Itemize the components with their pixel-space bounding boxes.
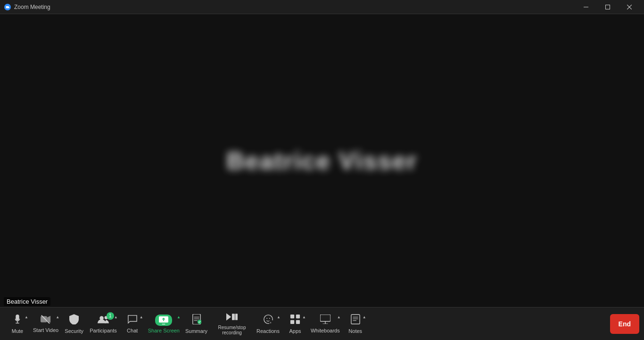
apps-caret[interactable]: ▲ xyxy=(302,315,306,319)
toolbar-left: Mute ▲ Start Video ▲ Security xyxy=(5,307,368,340)
notes-caret[interactable]: ▲ xyxy=(363,315,366,319)
svg-rect-34 xyxy=(296,314,300,318)
share-screen-icon xyxy=(155,315,172,326)
minimize-button[interactable] xyxy=(575,0,597,14)
svg-point-24 xyxy=(197,319,201,323)
participant-video-name: Beatrice Visser xyxy=(227,147,418,175)
security-label: Security xyxy=(65,328,83,334)
reactions-label: Reactions xyxy=(256,328,280,334)
video-caret[interactable]: ▲ xyxy=(56,315,59,319)
start-video-label: Start Video xyxy=(33,327,58,333)
close-button[interactable] xyxy=(619,0,640,14)
window-controls xyxy=(575,0,640,14)
zoom-icon xyxy=(4,3,11,11)
mute-icon xyxy=(12,314,23,326)
participants-caret[interactable]: ▲ xyxy=(114,315,118,319)
resume-stop-recording-button[interactable]: Resume/stop recording xyxy=(210,307,254,340)
end-button[interactable]: End xyxy=(610,314,639,334)
share-screen-button[interactable]: Share Screen ▲ xyxy=(145,307,182,340)
resume-stop-label: Resume/stop recording xyxy=(213,325,251,335)
toolbar: Mute ▲ Start Video ▲ Security xyxy=(0,307,644,340)
security-button[interactable]: Security xyxy=(61,307,87,340)
svg-rect-26 xyxy=(232,314,235,320)
notes-button[interactable]: Notes ▲ xyxy=(343,307,368,340)
title-bar: Zoom Meeting xyxy=(0,0,644,14)
svg-point-30 xyxy=(269,318,270,319)
participants-count-badge: 1 xyxy=(107,312,114,320)
restore-button[interactable] xyxy=(597,0,619,14)
apps-icon xyxy=(290,314,300,326)
main-video-area: Beatrice Visser xyxy=(0,14,644,307)
notes-label: Notes xyxy=(348,328,362,334)
svg-rect-40 xyxy=(351,315,360,324)
mute-label: Mute xyxy=(12,328,23,334)
summary-icon xyxy=(192,314,201,326)
svg-marker-25 xyxy=(226,313,231,320)
reactions-button[interactable]: + Reactions ▲ xyxy=(254,307,282,340)
chat-label: Chat xyxy=(127,328,138,333)
svg-rect-36 xyxy=(296,320,300,323)
security-icon xyxy=(69,314,79,326)
svg-rect-35 xyxy=(290,320,294,323)
whiteboards-button[interactable]: Whiteboards ▲ xyxy=(308,307,343,340)
apps-button[interactable]: Apps ▲ xyxy=(282,307,308,340)
start-video-button[interactable]: Start Video ▲ xyxy=(30,307,61,340)
reactions-caret[interactable]: ▲ xyxy=(277,315,281,319)
chat-icon xyxy=(127,315,138,326)
reactions-icon: + xyxy=(263,314,273,326)
participants-button[interactable]: 1 Participants ▲ xyxy=(87,307,119,340)
notes-icon xyxy=(351,314,360,326)
apps-label: Apps xyxy=(289,328,301,334)
share-screen-caret[interactable]: ▲ xyxy=(177,315,181,319)
svg-rect-37 xyxy=(320,315,330,322)
participants-label: Participants xyxy=(90,328,116,333)
svg-rect-2 xyxy=(606,5,610,9)
participant-name-label: Beatrice Visser xyxy=(4,297,50,306)
chat-button[interactable]: Chat ▲ xyxy=(120,307,145,340)
svg-rect-27 xyxy=(235,314,238,320)
summary-label: Summary xyxy=(185,328,207,334)
recording-icon xyxy=(226,313,238,323)
window-title: Zoom Meeting xyxy=(14,4,575,10)
whiteboards-caret[interactable]: ▲ xyxy=(337,315,341,319)
whiteboards-label: Whiteboards xyxy=(311,328,340,333)
svg-rect-33 xyxy=(290,314,294,318)
summary-button[interactable]: Summary xyxy=(182,307,210,340)
whiteboards-icon xyxy=(320,315,330,326)
toolbar-right: End xyxy=(610,314,639,334)
video-icon xyxy=(41,315,51,325)
svg-rect-1 xyxy=(584,7,588,7)
svg-point-29 xyxy=(266,318,267,319)
mute-caret[interactable]: ▲ xyxy=(25,315,28,319)
svg-text:+: + xyxy=(269,321,271,324)
chat-caret[interactable]: ▲ xyxy=(140,315,143,319)
share-screen-label: Share Screen xyxy=(148,328,180,333)
mute-button[interactable]: Mute ▲ xyxy=(5,307,30,340)
